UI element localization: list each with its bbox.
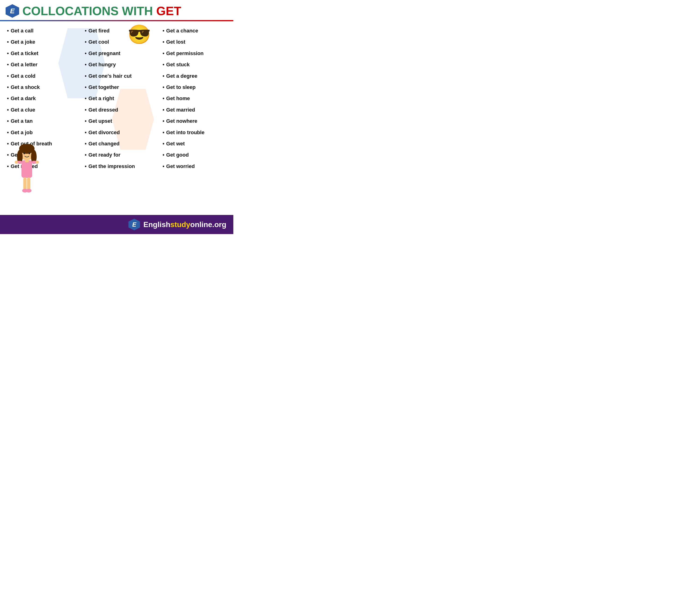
list-item: •Get changed xyxy=(85,141,153,147)
list-item: •Get a joke xyxy=(7,39,75,45)
girl-illustration xyxy=(12,144,42,199)
list-item: •Get upset xyxy=(85,118,153,124)
column-1: •Get a call •Get a joke •Get a ticket •G… xyxy=(0,26,78,212)
list-item: •Get a letter xyxy=(7,61,75,68)
list-item: •Get lost xyxy=(162,39,231,45)
list-item: •Get a job xyxy=(7,129,75,135)
content-area: •Get a call •Get a joke •Get a ticket •G… xyxy=(0,24,233,215)
svg-rect-9 xyxy=(25,160,29,162)
list-item: •Get a cold xyxy=(7,73,75,79)
svg-point-13 xyxy=(36,160,39,164)
svg-point-12 xyxy=(15,160,18,164)
svg-rect-14 xyxy=(23,177,27,190)
list-item: •Get a tan xyxy=(7,118,75,124)
svg-point-4 xyxy=(24,153,25,154)
list-item: •Get to sleep xyxy=(162,84,231,90)
column-3: •Get a chance •Get lost •Get permission … xyxy=(156,26,233,212)
list-item: •Get together xyxy=(85,84,153,90)
list-item: •Get wet xyxy=(162,141,231,147)
svg-rect-15 xyxy=(27,177,30,190)
title-collocations: COLLOCATIONS WITH xyxy=(22,4,156,18)
header-divider xyxy=(0,20,233,21)
footer-site-name: Englishstudyonline.org xyxy=(143,220,226,229)
column-2: 😎 •Get fired •Get cool •Get pregnant •Ge… xyxy=(78,26,155,212)
logo-letter: E xyxy=(10,7,15,15)
column-3-items: •Get a chance •Get lost •Get permission … xyxy=(162,28,231,170)
list-item: •Get married xyxy=(162,107,231,113)
list-item: •Get a right xyxy=(85,96,153,101)
list-item: •Get a ticket xyxy=(7,50,75,56)
list-item: •Get a degree xyxy=(162,73,231,79)
list-item: •Get a call xyxy=(7,28,75,34)
list-item: •Get one's hair cut xyxy=(85,73,153,79)
svg-point-5 xyxy=(29,153,30,154)
header: E COLLOCATIONS WITH GET xyxy=(0,0,233,20)
list-item: •Get a chance xyxy=(162,28,231,34)
emoji-cool: 😎 xyxy=(128,24,151,46)
title-get: GET xyxy=(156,4,181,18)
list-item: •Get divorced xyxy=(85,129,153,135)
list-item: •Get hungry xyxy=(85,61,153,68)
list-item: •Get pregnant xyxy=(85,50,153,56)
list-item: •Get worried xyxy=(162,164,231,170)
list-item: •Get the impression xyxy=(85,164,153,170)
footer-logo-letter: E xyxy=(132,221,136,228)
list-item: •Get good xyxy=(162,152,231,158)
svg-point-7 xyxy=(29,154,30,155)
list-item: •Get stuck xyxy=(162,61,231,68)
svg-rect-8 xyxy=(22,160,32,178)
list-item: •Get permission xyxy=(162,50,231,56)
column-2-items: •Get fired •Get cool •Get pregnant •Get … xyxy=(85,28,153,170)
list-item: •Get ready for xyxy=(85,152,153,158)
list-item: •Get home xyxy=(162,96,231,101)
list-item: •Get a clue xyxy=(7,107,75,113)
svg-point-17 xyxy=(26,189,31,193)
list-item: •Get a shock xyxy=(7,84,75,90)
svg-point-6 xyxy=(24,154,25,155)
header-title: COLLOCATIONS WITH GET xyxy=(22,5,181,17)
logo-hexagon: E xyxy=(6,4,19,18)
page-wrapper: E COLLOCATIONS WITH GET xyxy=(0,0,233,234)
list-item: •Get a dark xyxy=(7,96,75,101)
list-item: •Get nowhere xyxy=(162,118,231,124)
footer-logo-hexagon: E xyxy=(128,219,140,230)
list-item: •Get into trouble xyxy=(162,129,231,135)
footer: E Englishstudyonline.org xyxy=(0,215,233,234)
list-item: •Get dressed xyxy=(85,107,153,113)
